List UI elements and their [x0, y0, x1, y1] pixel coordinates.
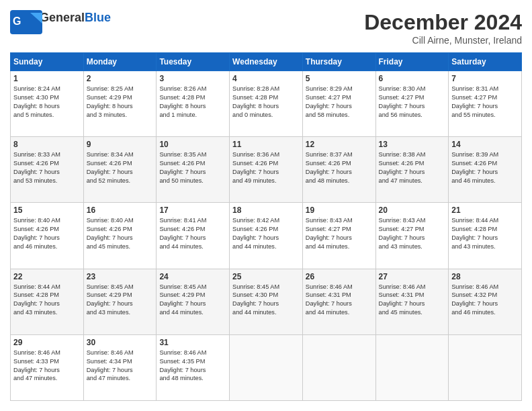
day-info: Sunrise: 8:30 AMSunset: 4:27 PMDaylight:…	[379, 85, 446, 120]
calendar-cell: 17Sunrise: 8:41 AMSunset: 4:26 PMDayligh…	[157, 203, 230, 269]
day-info: Sunrise: 8:43 AMSunset: 4:27 PMDaylight:…	[379, 216, 446, 251]
calendar-cell: 16Sunrise: 8:40 AMSunset: 4:26 PMDayligh…	[83, 203, 157, 269]
calendar-cell	[230, 334, 303, 400]
day-number: 7	[451, 74, 519, 83]
day-info: Sunrise: 8:39 AMSunset: 4:26 PMDaylight:…	[451, 150, 519, 185]
day-number: 30	[87, 338, 154, 347]
calendar-cell: 14Sunrise: 8:39 AMSunset: 4:26 PMDayligh…	[449, 137, 522, 203]
day-info: Sunrise: 8:33 AMSunset: 4:26 PMDaylight:…	[13, 150, 81, 185]
calendar-cell: 29Sunrise: 8:46 AMSunset: 4:33 PMDayligh…	[11, 334, 84, 400]
day-number: 17	[159, 205, 226, 215]
day-number: 11	[232, 140, 300, 149]
calendar-cell	[449, 334, 522, 400]
calendar-cell: 26Sunrise: 8:46 AMSunset: 4:31 PMDayligh…	[302, 269, 375, 334]
day-info: Sunrise: 8:46 AMSunset: 4:31 PMDaylight:…	[379, 283, 446, 318]
day-number: 15	[13, 205, 81, 215]
day-number: 16	[87, 205, 154, 215]
calendar-cell: 20Sunrise: 8:43 AMSunset: 4:27 PMDayligh…	[375, 203, 449, 269]
day-header-saturday: Saturday	[449, 53, 522, 71]
day-info: Sunrise: 8:31 AMSunset: 4:27 PMDaylight:…	[451, 85, 519, 120]
day-number: 22	[13, 272, 81, 281]
day-number: 21	[451, 205, 519, 215]
day-number: 2	[87, 74, 154, 83]
calendar-cell: 22Sunrise: 8:44 AMSunset: 4:28 PMDayligh…	[11, 269, 84, 334]
day-number: 12	[306, 140, 373, 149]
calendar-cell: 31Sunrise: 8:46 AMSunset: 4:35 PMDayligh…	[157, 334, 230, 400]
calendar-cell: 27Sunrise: 8:46 AMSunset: 4:31 PMDayligh…	[375, 269, 449, 334]
svg-text:G: G	[13, 15, 21, 27]
calendar-cell	[302, 334, 375, 400]
day-number: 1	[13, 74, 81, 83]
logo-icon: G	[10, 10, 37, 26]
day-info: Sunrise: 8:44 AMSunset: 4:28 PMDaylight:…	[451, 216, 519, 251]
day-number: 24	[159, 272, 226, 281]
calendar-cell: 13Sunrise: 8:38 AMSunset: 4:26 PMDayligh…	[375, 137, 449, 203]
header: G GeneralBlue December 2024 Cill Airne, …	[10, 10, 522, 46]
day-info: Sunrise: 8:43 AMSunset: 4:27 PMDaylight:…	[306, 216, 373, 251]
main-title: December 2024	[364, 10, 522, 35]
calendar-cell: 10Sunrise: 8:35 AMSunset: 4:26 PMDayligh…	[157, 137, 230, 203]
day-number: 20	[379, 205, 446, 215]
day-number: 5	[306, 74, 373, 83]
day-info: Sunrise: 8:36 AMSunset: 4:26 PMDaylight:…	[232, 150, 300, 185]
day-info: Sunrise: 8:28 AMSunset: 4:28 PMDaylight:…	[232, 85, 300, 120]
day-info: Sunrise: 8:40 AMSunset: 4:26 PMDaylight:…	[87, 216, 154, 251]
calendar-week-2: 8Sunrise: 8:33 AMSunset: 4:26 PMDaylight…	[11, 137, 522, 203]
day-number: 14	[451, 140, 519, 149]
calendar-cell: 3Sunrise: 8:26 AMSunset: 4:28 PMDaylight…	[157, 71, 230, 137]
day-info: Sunrise: 8:45 AMSunset: 4:29 PMDaylight:…	[159, 283, 226, 318]
calendar-cell: 21Sunrise: 8:44 AMSunset: 4:28 PMDayligh…	[449, 203, 522, 269]
day-info: Sunrise: 8:46 AMSunset: 4:34 PMDaylight:…	[87, 349, 154, 383]
calendar-cell: 19Sunrise: 8:43 AMSunset: 4:27 PMDayligh…	[302, 203, 375, 269]
calendar-cell: 28Sunrise: 8:46 AMSunset: 4:32 PMDayligh…	[449, 269, 522, 334]
logo: G GeneralBlue	[10, 10, 111, 26]
day-number: 25	[232, 272, 300, 281]
day-header-tuesday: Tuesday	[157, 53, 230, 71]
calendar-cell: 6Sunrise: 8:30 AMSunset: 4:27 PMDaylight…	[375, 71, 449, 137]
title-block: December 2024 Cill Airne, Munster, Irela…	[364, 10, 522, 46]
calendar-cell: 30Sunrise: 8:46 AMSunset: 4:34 PMDayligh…	[83, 334, 157, 400]
day-header-sunday: Sunday	[11, 53, 84, 71]
day-number: 28	[451, 272, 519, 281]
day-number: 13	[379, 140, 446, 149]
logo-text-block: GeneralBlue	[40, 11, 111, 25]
day-info: Sunrise: 8:37 AMSunset: 4:26 PMDaylight:…	[306, 150, 373, 185]
day-number: 29	[13, 338, 81, 347]
calendar-cell: 15Sunrise: 8:40 AMSunset: 4:26 PMDayligh…	[11, 203, 84, 269]
day-number: 4	[232, 74, 300, 83]
calendar-cell	[375, 334, 449, 400]
calendar-cell: 23Sunrise: 8:45 AMSunset: 4:29 PMDayligh…	[83, 269, 157, 334]
day-info: Sunrise: 8:26 AMSunset: 4:28 PMDaylight:…	[159, 85, 226, 120]
day-number: 27	[379, 272, 446, 281]
logo-blue: Blue	[85, 11, 111, 24]
day-info: Sunrise: 8:25 AMSunset: 4:29 PMDaylight:…	[87, 85, 154, 120]
calendar-week-1: 1Sunrise: 8:24 AMSunset: 4:30 PMDaylight…	[11, 71, 522, 137]
calendar-cell: 12Sunrise: 8:37 AMSunset: 4:26 PMDayligh…	[302, 137, 375, 203]
day-header-friday: Friday	[375, 53, 449, 71]
calendar-cell: 11Sunrise: 8:36 AMSunset: 4:26 PMDayligh…	[230, 137, 303, 203]
subtitle: Cill Airne, Munster, Ireland	[364, 35, 522, 46]
calendar-header-row: SundayMondayTuesdayWednesdayThursdayFrid…	[11, 53, 522, 71]
calendar-cell: 24Sunrise: 8:45 AMSunset: 4:29 PMDayligh…	[157, 269, 230, 334]
day-number: 9	[87, 140, 154, 149]
calendar-week-4: 22Sunrise: 8:44 AMSunset: 4:28 PMDayligh…	[11, 269, 522, 334]
calendar-cell: 5Sunrise: 8:29 AMSunset: 4:27 PMDaylight…	[302, 71, 375, 137]
day-info: Sunrise: 8:45 AMSunset: 4:29 PMDaylight:…	[87, 283, 154, 318]
day-info: Sunrise: 8:29 AMSunset: 4:27 PMDaylight:…	[306, 85, 373, 120]
day-info: Sunrise: 8:38 AMSunset: 4:26 PMDaylight:…	[379, 150, 446, 185]
logo-general: General	[40, 11, 85, 24]
calendar-cell: 25Sunrise: 8:45 AMSunset: 4:30 PMDayligh…	[230, 269, 303, 334]
day-info: Sunrise: 8:35 AMSunset: 4:26 PMDaylight:…	[159, 150, 226, 185]
day-number: 23	[87, 272, 154, 281]
day-number: 3	[159, 74, 226, 83]
day-header-monday: Monday	[83, 53, 157, 71]
day-info: Sunrise: 8:41 AMSunset: 4:26 PMDaylight:…	[159, 216, 226, 251]
day-info: Sunrise: 8:40 AMSunset: 4:26 PMDaylight:…	[13, 216, 81, 251]
day-number: 26	[306, 272, 373, 281]
day-info: Sunrise: 8:34 AMSunset: 4:26 PMDaylight:…	[87, 150, 154, 185]
day-info: Sunrise: 8:24 AMSunset: 4:30 PMDaylight:…	[13, 85, 81, 120]
calendar-cell: 7Sunrise: 8:31 AMSunset: 4:27 PMDaylight…	[449, 71, 522, 137]
day-info: Sunrise: 8:42 AMSunset: 4:26 PMDaylight:…	[232, 216, 300, 251]
calendar-cell: 18Sunrise: 8:42 AMSunset: 4:26 PMDayligh…	[230, 203, 303, 269]
calendar-table: SundayMondayTuesdayWednesdayThursdayFrid…	[10, 52, 522, 401]
